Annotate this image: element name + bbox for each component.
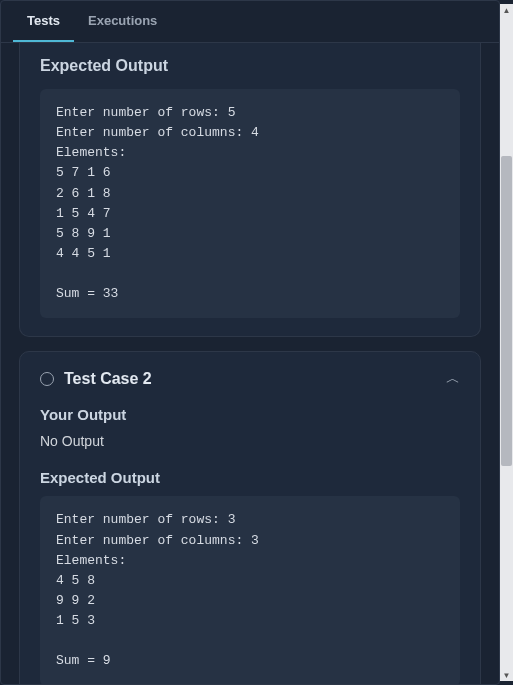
scroll-thumb[interactable]: [501, 156, 512, 466]
expected-output-block: Enter number of rows: 5 Enter number of …: [40, 89, 460, 318]
test-case-title: Test Case 2: [64, 370, 446, 388]
tab-bar: Tests Executions: [1, 1, 499, 43]
test-case-2-card: Test Case 2 ︿ Your Output No Output Expe…: [19, 351, 481, 684]
tab-executions[interactable]: Executions: [74, 1, 171, 42]
test-case-2-header[interactable]: Test Case 2 ︿: [40, 370, 460, 388]
chevron-up-icon: ︿: [446, 370, 460, 388]
status-pending-icon: [40, 372, 54, 386]
scroll-down-arrow-icon[interactable]: ▼: [500, 669, 513, 681]
scroll-track[interactable]: [500, 16, 513, 669]
tab-tests[interactable]: Tests: [13, 1, 74, 42]
test-case-1-card: Expected Output Enter number of rows: 5 …: [19, 43, 481, 337]
your-output-label: Your Output: [40, 406, 460, 423]
scroll-up-arrow-icon[interactable]: ▲: [500, 4, 513, 16]
test-results-panel: Tests Executions Expected Output Enter n…: [0, 0, 500, 685]
expected-output-block-2: Enter number of rows: 3 Enter number of …: [40, 496, 460, 684]
content-area: Expected Output Enter number of rows: 5 …: [1, 43, 499, 684]
your-output-value: No Output: [40, 433, 460, 449]
expected-output-label-2: Expected Output: [40, 469, 460, 486]
expected-output-label: Expected Output: [40, 57, 460, 75]
vertical-scrollbar[interactable]: ▲ ▼: [500, 4, 513, 681]
